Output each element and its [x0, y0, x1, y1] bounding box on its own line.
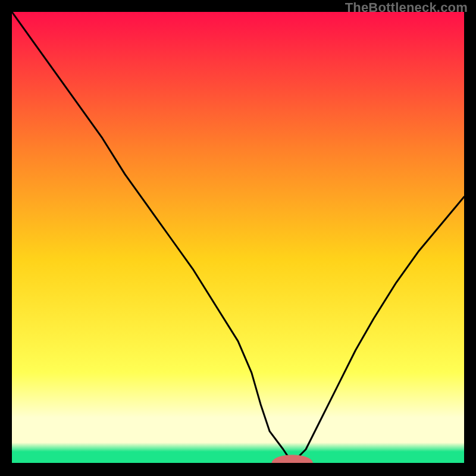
plot-area — [12, 12, 464, 463]
watermark-text: TheBottleneck.com — [345, 0, 468, 15]
frame: TheBottleneck.com — [0, 0, 476, 476]
gradient-background — [12, 12, 464, 463]
plot-svg — [12, 12, 464, 463]
